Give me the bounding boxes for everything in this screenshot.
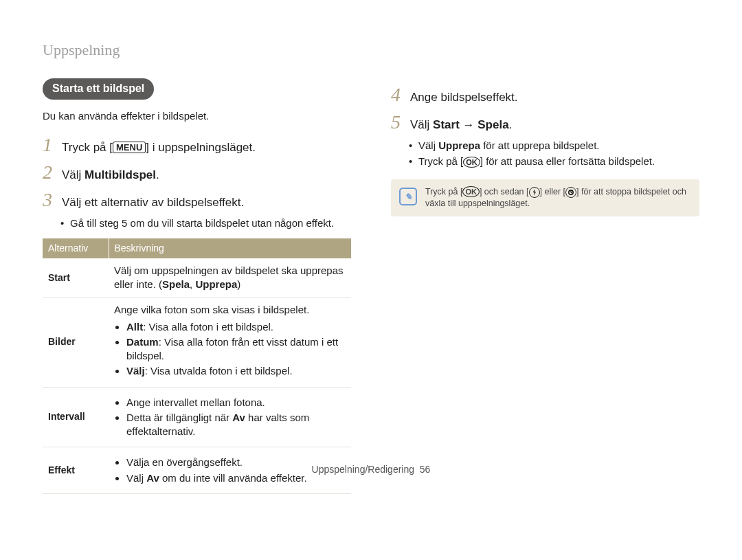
list-item: Ange intervallet mellan fotona. [126,396,346,410]
row-intervall-li2-pre: Detta är tillgängligt när [126,412,232,423]
page-footer: Uppspelning/Redigering 56 [0,464,742,475]
step-2-post: . [156,168,159,181]
step-5-bullets: Välj Upprepa för att upprepa bildspelet.… [391,139,699,169]
intro-text: Du kan använda effekter i bildspelet. [43,109,351,123]
step-5-post: . [509,118,513,131]
step-1: 1 Tryck på [MENU] i uppspelningsläget. [43,135,351,156]
bullet-r1-b: Upprepa [438,139,480,151]
step-number: 2 [43,163,62,182]
right-column: 4 Ange bildspelseffekt. 5 Välj Start → S… [391,78,699,494]
note-text: Tryck på [OK] och sedan [] eller [] för … [425,186,691,210]
list-item: Allt: Visa alla foton i ett bildspel. [126,320,346,334]
options-table: Alternativ Beskrivning Start Välj om upp… [43,238,351,494]
step-5-pre: Välj [410,118,433,131]
note-mid1: ] och sedan [ [480,187,529,197]
row-bilder-li1-b: Allt [126,321,143,333]
flash-icon [529,187,540,198]
step-5: 5 Välj Start → Spela. [391,113,699,133]
row-bilder-li2-b: Datum [126,336,159,348]
step-5-arrow: → [460,118,477,131]
row-bilder-li1-post: : Visa alla foton i ett bildspel. [143,321,273,333]
note-mid2: ] eller [ [540,187,566,197]
list-item: Välj Upprepa för att upprepa bildspelet. [409,139,699,153]
left-column: Starta ett bildspel Du kan använda effek… [43,78,351,494]
step-2-text: Välj Multibildspel. [62,168,159,183]
info-note-icon: ✎ [399,188,417,205]
table-head-beskrivning: Beskrivning [109,238,351,258]
row-start-desc-b2: Upprepa [195,278,237,290]
row-bilder-li3-post: : Visa utvalda foton i ett bildspel. [145,365,293,377]
step-2-pre: Välj [62,168,85,181]
page-section-title: Uppspelning [43,41,699,59]
table-row: Intervall Ange intervallet mellan fotona… [43,387,351,447]
list-item: Datum: Visa alla foton från ett visst da… [126,335,346,363]
step-3-bullets: Gå till steg 5 om du vill starta bildspe… [43,216,351,230]
table-head-alternativ: Alternativ [43,238,109,258]
step-number: 4 [391,85,410,104]
bullet-r1-post: för att upprepa bildspelet. [480,139,599,151]
step-number: 3 [43,190,62,210]
row-start-desc-b1: Spela [162,278,190,290]
row-start-label: Start [43,258,109,298]
list-item: Detta är tillgängligt när Av har valts s… [126,411,346,439]
step-4: 4 Ange bildspelseffekt. [391,85,699,106]
list-item: Tryck på [OK] för att pausa eller fortsä… [409,155,699,168]
menu-button-glyph: MENU [113,142,146,154]
row-bilder-desc: Ange vilka foton som ska visas i bildspe… [109,298,351,387]
list-item: Välj: Visa utvalda foton i ett bildspel. [126,364,346,378]
row-intervall-li2-b: Av [232,412,245,423]
note-pre: Tryck på [ [425,187,462,197]
timer-icon [565,187,576,198]
step-5-text: Välj Start → Spela. [410,117,512,133]
step-5-b1: Start [433,118,460,131]
ok-button-glyph: OK [463,157,480,168]
ok-button-glyph: OK [462,186,480,197]
footer-label: Uppspelning/Redigering [312,464,414,475]
bullet-r1-pre: Välj [418,139,438,151]
bullet-r2-post: ] för att pausa eller fortsätta bildspel… [480,155,655,167]
section-heading-pill: Starta ett bildspel [43,78,154,100]
step-5-b2: Spela [477,118,508,131]
step-2-bold: Multibildspel [85,168,156,181]
row-intervall-label: Intervall [43,387,109,447]
row-intervall-desc: Ange intervallet mellan fotona. Detta är… [109,387,351,447]
row-start-desc: Välj om uppspelningen av bildspelet ska … [109,258,351,298]
step-3-bullet-1: Gå till steg 5 om du vill starta bildspe… [60,216,351,230]
step-4-text: Ange bildspelseffekt. [410,90,518,106]
step-2: 2 Välj Multibildspel. [43,163,351,183]
row-bilder-lead: Ange vilka foton som ska visas i bildspe… [114,303,346,317]
step-number: 5 [391,113,410,132]
row-bilder-label: Bilder [43,298,109,387]
step-3: 3 Välj ett alternativ av bildspelseffekt… [43,190,351,211]
row-bilder-li3-b: Välj [126,365,145,377]
step-1-post: ] i uppspelningsläget. [146,141,256,154]
step-number: 1 [43,135,62,155]
row-bilder-li2-post: : Visa alla foton från ett visst datum i… [126,336,338,361]
row-start-desc-post: ) [237,278,240,290]
step-1-text: Tryck på [MENU] i uppspelningsläget. [62,140,256,156]
note-box: ✎ Tryck på [OK] och sedan [] eller [] fö… [391,179,699,216]
step-3-text: Välj ett alternativ av bildspelseffekt. [62,195,244,211]
footer-page-number: 56 [420,464,431,475]
table-row: Bilder Ange vilka foton som ska visas i … [43,298,351,387]
bullet-r2-pre: Tryck på [ [418,155,463,167]
table-row: Start Välj om uppspelningen av bildspele… [43,258,351,298]
step-1-pre: Tryck på [ [62,141,113,154]
